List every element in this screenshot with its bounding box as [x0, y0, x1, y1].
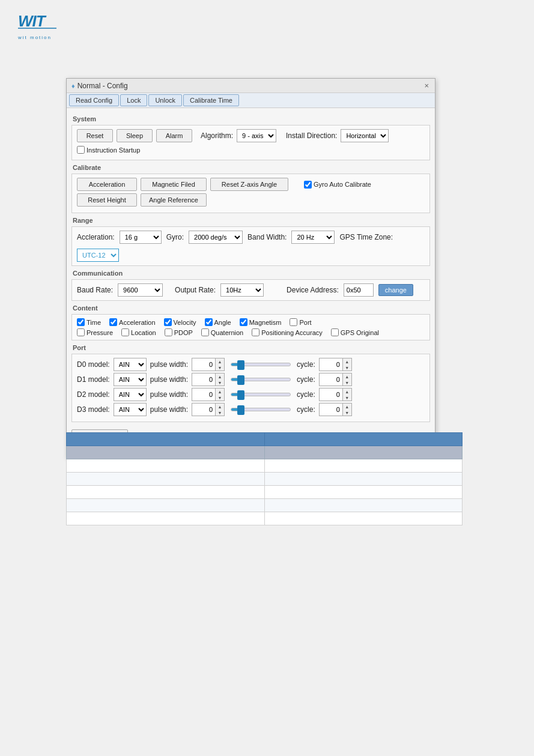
content-section: Time Acceleration Velocity Angle: [71, 314, 430, 340]
calibrate-time-btn[interactable]: Calibrate Time: [183, 94, 239, 106]
d2-pulse-up[interactable]: ▲: [216, 389, 224, 395]
d1-slider[interactable]: [231, 378, 291, 381]
bandwidth-label: Band Width:: [247, 233, 287, 241]
change-btn[interactable]: change: [378, 284, 413, 296]
port-section-label: Port: [71, 344, 430, 351]
d3-pulse-spinbox[interactable]: ▲ ▼: [192, 403, 225, 416]
d0-cycle-down[interactable]: ▼: [343, 364, 351, 370]
d1-cycle-spinbox[interactable]: ▲ ▼: [319, 373, 352, 386]
d3-pulse-input[interactable]: [192, 403, 216, 416]
velocity-checkbox-label[interactable]: Velocity: [164, 318, 196, 326]
pdop-checkbox[interactable]: [165, 328, 172, 336]
reset-button[interactable]: Reset: [77, 129, 113, 142]
bandwidth-select[interactable]: 20 Hz 5 Hz 10 Hz 50 Hz 100 Hz: [291, 231, 335, 244]
d3-model-select[interactable]: AINDINDOUTPWM: [114, 403, 147, 416]
d3-cycle-spinbox[interactable]: ▲ ▼: [319, 403, 352, 416]
d0-cycle-spinbox[interactable]: ▲ ▼: [319, 358, 352, 371]
gyro-auto-checkbox[interactable]: [304, 181, 312, 189]
d1-cycle-up[interactable]: ▲: [343, 373, 351, 380]
d0-pulse-down[interactable]: ▼: [216, 364, 224, 370]
reset-z-btn[interactable]: Reset Z-axis Angle: [210, 178, 288, 191]
d0-cycle-up[interactable]: ▲: [343, 358, 351, 364]
d2-model-select[interactable]: AINDINDOUTPWM: [114, 388, 147, 401]
table-cell: [264, 499, 463, 512]
d2-pulse-down[interactable]: ▼: [216, 395, 224, 401]
d2-pulse-input[interactable]: [192, 388, 216, 401]
install-dir-select[interactable]: Horizontal Vertical: [341, 129, 389, 142]
quaternion-checkbox[interactable]: [201, 328, 209, 336]
magnetism-checkbox-label[interactable]: Magnetism: [240, 318, 282, 326]
gps-original-checkbox[interactable]: [331, 328, 339, 336]
instruction-startup-label[interactable]: Instruction Startup: [77, 146, 140, 154]
close-button[interactable]: ×: [423, 81, 430, 90]
alarm-button[interactable]: Alarm: [156, 129, 192, 142]
angle-checkbox-label[interactable]: Angle: [205, 318, 231, 326]
lock-btn[interactable]: Lock: [120, 94, 147, 106]
gyro-range-select[interactable]: 2000 deg/s 250 deg/s 500 deg/s 1000 deg/…: [189, 231, 243, 244]
unlock-btn[interactable]: Unlock: [148, 94, 182, 106]
svg-text:WIT: WIT: [18, 12, 47, 30]
toolbar: Read Config Lock Unlock Calibrate Time: [67, 93, 435, 108]
d0-pulse-spinbox[interactable]: ▲ ▼: [192, 358, 225, 371]
d3-pulse-down[interactable]: ▼: [216, 410, 224, 416]
d2-cycle-down[interactable]: ▼: [343, 395, 351, 401]
d1-pulse-down[interactable]: ▼: [216, 380, 224, 386]
port-checkbox-label[interactable]: Port: [290, 318, 311, 326]
pressure-checkbox-label[interactable]: Pressure: [77, 328, 113, 336]
reset-height-btn[interactable]: Reset Height: [77, 193, 137, 207]
instruction-startup-checkbox[interactable]: [77, 146, 85, 154]
device-addr-input[interactable]: [344, 283, 374, 297]
magnetism-checkbox[interactable]: [240, 318, 247, 326]
gyro-auto-label[interactable]: Gyro Auto Calibrate: [304, 181, 371, 189]
location-checkbox-label[interactable]: Location: [121, 328, 156, 336]
d2-cycle-spinbox[interactable]: ▲ ▼: [319, 388, 352, 401]
port-checkbox[interactable]: [290, 318, 297, 326]
d3-slider[interactable]: [231, 408, 291, 411]
port-section: D0 model: AINDINDOUTPWM pulse width: ▲ ▼: [71, 354, 430, 422]
angle-checkbox[interactable]: [205, 318, 213, 326]
baud-rate-select[interactable]: 9600 4800 19200 38400 57600 115200: [118, 283, 163, 297]
d1-pulse-input[interactable]: [192, 373, 216, 386]
velocity-checkbox[interactable]: [164, 318, 172, 326]
d3-cycle-input[interactable]: [319, 403, 343, 416]
d0-cycle-input[interactable]: [319, 358, 343, 371]
algorithm-select[interactable]: 9 - axis 6 - axis: [237, 129, 276, 142]
time-checkbox[interactable]: [77, 318, 85, 326]
d2-cycle-up[interactable]: ▲: [343, 389, 351, 395]
output-rate-select[interactable]: 10Hz 1Hz 2Hz 5Hz 20Hz 50Hz 100Hz: [220, 283, 264, 297]
d2-slider[interactable]: [231, 393, 291, 396]
pdop-checkbox-label[interactable]: PDOP: [165, 328, 193, 336]
d1-cycle-input[interactable]: [319, 373, 343, 386]
d2-pulse-spinbox[interactable]: ▲ ▼: [192, 388, 225, 401]
d3-pulse-up[interactable]: ▲: [216, 404, 224, 410]
d1-pulse-up[interactable]: ▲: [216, 373, 224, 380]
d2-cycle-input[interactable]: [319, 388, 343, 401]
d0-slider[interactable]: [231, 363, 291, 366]
sleep-button[interactable]: Sleep: [117, 129, 153, 142]
d0-pulse-up[interactable]: ▲: [216, 358, 224, 364]
time-checkbox-label[interactable]: Time: [77, 318, 101, 326]
d3-cycle-down[interactable]: ▼: [343, 410, 351, 416]
d1-model-select[interactable]: AINDINDOUTPWM: [114, 373, 147, 386]
pressure-checkbox[interactable]: [77, 328, 85, 336]
gps-timezone-select[interactable]: UTC-12 UTC-11 UTC+0 UTC+8: [77, 249, 119, 262]
positioning-accuracy-checkbox-label[interactable]: Positioning Accuracy: [252, 328, 323, 336]
accleration-select[interactable]: 16 g 2 g 4 g 8 g: [120, 231, 162, 244]
gps-original-checkbox-label[interactable]: GPS Original: [331, 328, 379, 336]
d3-cycle-up[interactable]: ▲: [343, 404, 351, 410]
location-checkbox[interactable]: [121, 328, 129, 336]
d1-cycle-down[interactable]: ▼: [343, 380, 351, 386]
acceleration-btn[interactable]: Acceleration: [77, 178, 137, 191]
read-config-btn[interactable]: Read Config: [69, 94, 119, 106]
port-row-d2: D2 model: AINDINDOUTPWM pulse width: ▲ ▼: [77, 388, 425, 401]
quaternion-checkbox-label[interactable]: Quaternion: [201, 328, 243, 336]
system-section: Reset Sleep Alarm Algorithm: 9 - axis 6 …: [71, 125, 430, 160]
d1-pulse-spinbox[interactable]: ▲ ▼: [192, 373, 225, 386]
d0-pulse-input[interactable]: [192, 358, 216, 371]
positioning-accuracy-checkbox[interactable]: [252, 328, 259, 336]
acceleration-checkbox[interactable]: [109, 318, 117, 326]
magnetic-btn[interactable]: Magnetic Filed: [141, 178, 207, 191]
angle-ref-btn[interactable]: Angle Reference: [141, 193, 207, 207]
d0-model-select[interactable]: AINDINDOUTPWM: [114, 358, 147, 371]
acceleration-checkbox-label[interactable]: Acceleration: [109, 318, 156, 326]
